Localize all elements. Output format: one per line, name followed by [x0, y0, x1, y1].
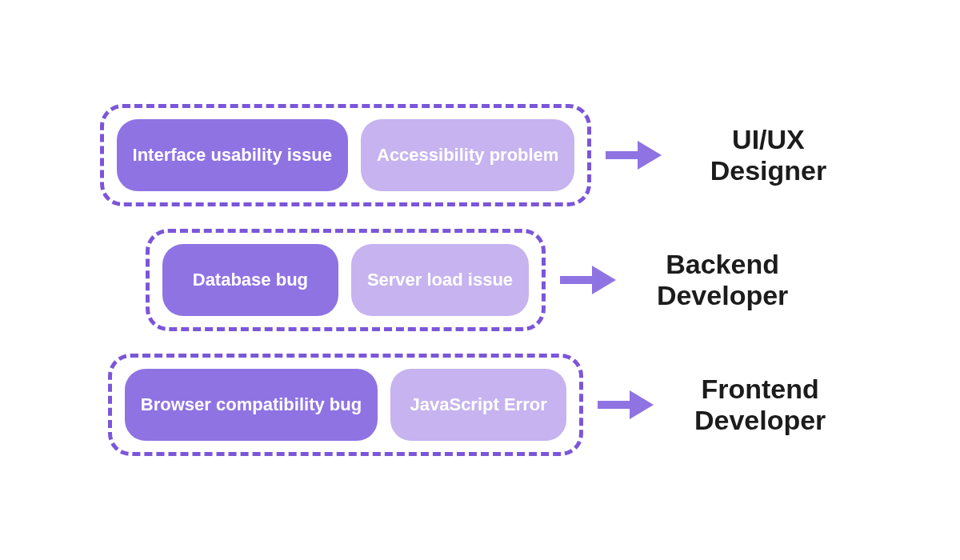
issue-pill: Database bug: [162, 244, 338, 316]
issue-label: Database bug: [193, 270, 308, 290]
issue-pill: Accessibility problem: [361, 119, 574, 191]
issue-label: Server load issue: [367, 270, 513, 290]
issue-group: Interface usability issue Accessibility …: [100, 104, 592, 206]
arrow-right-icon: [598, 389, 654, 421]
svg-rect-2: [560, 276, 592, 284]
svg-rect-0: [606, 151, 638, 159]
svg-marker-5: [630, 390, 654, 419]
issue-pill: Browser compatibility bug: [125, 369, 378, 441]
diagram-row: Browser compatibility bug JavaScript Err…: [108, 354, 852, 456]
role-label: UI/UX Designer: [676, 124, 860, 186]
svg-marker-1: [638, 141, 662, 170]
diagram-row: Database bug Server load issue Backend D…: [146, 229, 814, 331]
diagram-row: Interface usability issue Accessibility …: [100, 104, 861, 206]
issue-label: Interface usability issue: [133, 145, 332, 166]
issue-pill: JavaScript Error: [390, 369, 566, 441]
issue-pill: Server load issue: [351, 244, 529, 316]
role-label: Frontend Developer: [668, 374, 852, 436]
arrow-right-icon: [560, 264, 616, 296]
issue-label: Browser compatibility bug: [141, 394, 362, 415]
svg-rect-4: [598, 401, 630, 409]
role-label: Backend Developer: [630, 249, 814, 311]
issue-pill: Interface usability issue: [117, 119, 348, 191]
issue-label: JavaScript Error: [410, 394, 547, 415]
svg-marker-3: [592, 266, 616, 294]
issue-group: Database bug Server load issue: [146, 229, 546, 331]
arrow-right-icon: [606, 139, 662, 171]
issue-group: Browser compatibility bug JavaScript Err…: [108, 354, 583, 456]
issue-label: Accessibility problem: [377, 145, 558, 166]
